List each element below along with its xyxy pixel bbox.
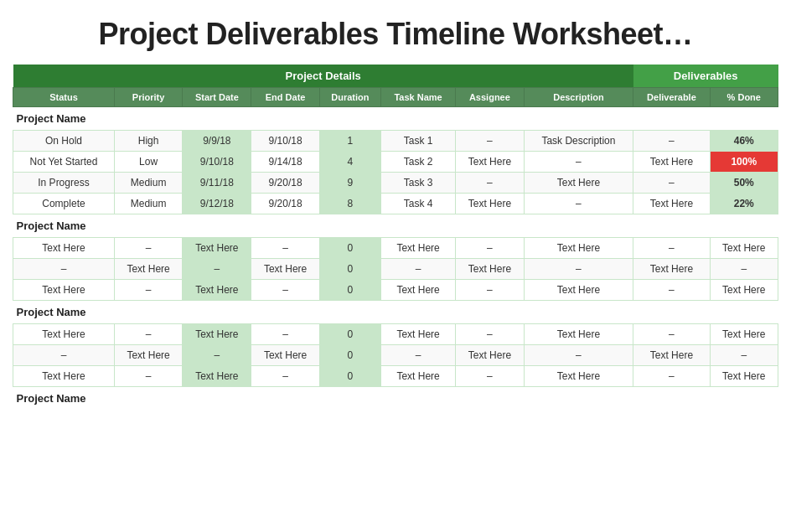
table-cell: – — [710, 259, 778, 280]
table-cell: 9/9/18 — [183, 131, 251, 152]
table-cell: Text Here — [633, 152, 710, 173]
table-cell: – — [456, 238, 524, 259]
table-cell: 8 — [319, 194, 380, 214]
main-table: Project Details Deliverables StatusPrior… — [13, 65, 778, 410]
table-cell: Text Here — [524, 366, 633, 387]
project-details-header: Project Details — [13, 65, 633, 88]
table-cell: Low — [114, 152, 182, 173]
table-cell: Medium — [114, 194, 182, 214]
col-header-description: Description — [524, 88, 633, 107]
table-cell: 9/20/18 — [251, 194, 319, 214]
table-cell: Text Here — [251, 345, 319, 366]
table-cell: 1 — [319, 131, 380, 152]
table-cell: Text Here — [710, 238, 778, 259]
col-header-task-name: Task Name — [380, 88, 455, 107]
table-cell: – — [251, 238, 319, 259]
table-cell: – — [710, 345, 778, 366]
col-header-priority: Priority — [114, 88, 182, 107]
table-cell: Text Here — [456, 152, 524, 173]
table-row: Text Here–Text Here–0Text Here–Text Here… — [13, 366, 778, 387]
table-cell: Task 1 — [380, 131, 455, 152]
table-cell: – — [114, 238, 182, 259]
section-name: Project Name — [13, 387, 778, 411]
table-cell: 9/11/18 — [183, 173, 251, 194]
col-header-duration: Duration — [319, 88, 380, 107]
table-cell: – — [633, 324, 710, 345]
table-cell: Text Here — [13, 366, 115, 387]
table-cell: Text Here — [183, 280, 251, 301]
table-cell: Task 2 — [380, 152, 455, 173]
table-cell: 0 — [319, 259, 380, 280]
table-cell: – — [13, 259, 115, 280]
table-cell: – — [633, 366, 710, 387]
col-header-row: StatusPriorityStart DateEnd DateDuration… — [13, 88, 778, 107]
table-cell: 22% — [710, 194, 778, 214]
table-row: CompleteMedium9/12/189/20/188Task 4Text … — [13, 194, 778, 214]
table-cell: Text Here — [13, 280, 115, 301]
table-cell: Text Here — [524, 324, 633, 345]
table-cell: Text Here — [633, 194, 710, 214]
table-cell: – — [456, 131, 524, 152]
table-cell: Task Description — [524, 131, 633, 152]
section-row: Project Name — [13, 214, 778, 238]
table-cell: – — [183, 259, 251, 280]
table-cell: 9/20/18 — [251, 173, 319, 194]
table-cell: Text Here — [633, 345, 710, 366]
section-name: Project Name — [13, 214, 778, 238]
table-cell: – — [456, 324, 524, 345]
section-name: Project Name — [13, 107, 778, 131]
table-cell: 46% — [710, 131, 778, 152]
table-cell: – — [251, 324, 319, 345]
table-cell: – — [633, 238, 710, 259]
section-row: Project Name — [13, 107, 778, 131]
table-cell: – — [251, 280, 319, 301]
table-cell: Text Here — [114, 259, 182, 280]
table-cell: High — [114, 131, 182, 152]
table-cell: Text Here — [251, 259, 319, 280]
table-row: Text Here–Text Here–0Text Here–Text Here… — [13, 280, 778, 301]
table-cell: On Hold — [13, 131, 115, 152]
table-cell: 9/10/18 — [251, 131, 319, 152]
table-cell: 9/12/18 — [183, 194, 251, 214]
table-cell: 0 — [319, 280, 380, 301]
table-cell: Text Here — [710, 366, 778, 387]
table-cell: – — [251, 366, 319, 387]
deliverables-header: Deliverables — [633, 65, 778, 88]
table-cell: Task 3 — [380, 173, 455, 194]
table-cell: 100% — [710, 152, 778, 173]
table-cell: – — [524, 194, 633, 214]
table-cell: – — [524, 259, 633, 280]
table-row: Text Here–Text Here–0Text Here–Text Here… — [13, 238, 778, 259]
table-cell: – — [633, 173, 710, 194]
table-cell: Text Here — [114, 345, 182, 366]
table-cell: 0 — [319, 345, 380, 366]
table-cell: – — [13, 345, 115, 366]
table-cell: Text Here — [13, 238, 115, 259]
section-name: Project Name — [13, 301, 778, 324]
table-cell: – — [524, 152, 633, 173]
table-row: Not Yet StartedLow9/10/189/14/184Task 2T… — [13, 152, 778, 173]
table-cell: – — [633, 131, 710, 152]
table-cell: 9/10/18 — [183, 152, 251, 173]
table-cell: Text Here — [524, 173, 633, 194]
table-cell: Text Here — [183, 366, 251, 387]
table-row: On HoldHigh9/9/189/10/181Task 1–Task Des… — [13, 131, 778, 152]
section-row: Project Name — [13, 387, 778, 411]
table-cell: Text Here — [456, 259, 524, 280]
col-header-end-date: End Date — [251, 88, 319, 107]
table-cell: – — [114, 366, 182, 387]
table-cell: 50% — [710, 173, 778, 194]
table-cell: In Progress — [13, 173, 115, 194]
table-cell: 9/14/18 — [251, 152, 319, 173]
table-cell: 0 — [319, 238, 380, 259]
table-cell: Text Here — [524, 238, 633, 259]
table-cell: – — [456, 366, 524, 387]
table-cell: Task 4 — [380, 194, 455, 214]
table-cell: Text Here — [380, 366, 455, 387]
group-header-row: Project Details Deliverables — [13, 65, 778, 88]
page-title: Project Deliverables Timeline Worksheet… — [13, 8, 778, 65]
table-cell: Medium — [114, 173, 182, 194]
table-cell: Text Here — [183, 238, 251, 259]
col-header-pct-done: % Done — [710, 88, 778, 107]
table-cell: Text Here — [183, 324, 251, 345]
